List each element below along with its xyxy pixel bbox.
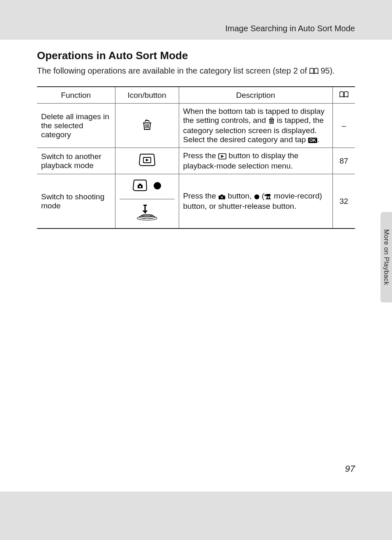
playback-icon bbox=[218, 152, 226, 162]
intro-text: The following operations are available i… bbox=[37, 66, 355, 76]
shutter-button-icon bbox=[135, 203, 159, 223]
cell-page: 87 bbox=[332, 148, 355, 174]
cell-icon bbox=[115, 148, 179, 174]
intro-page-ref: 95 bbox=[321, 66, 330, 75]
svg-point-17 bbox=[254, 194, 259, 199]
svg-rect-22 bbox=[266, 198, 271, 199]
desc-part: button, bbox=[228, 192, 254, 200]
svg-point-16 bbox=[221, 197, 223, 198]
ok-badge-icon: OK bbox=[308, 138, 318, 143]
breadcrumb: Image Searching in Auto Sort Mode bbox=[225, 24, 355, 33]
cell-page: – bbox=[332, 104, 355, 148]
shooting-mode-button-icon bbox=[132, 179, 148, 194]
record-button-icon bbox=[152, 181, 162, 192]
page-frame: Image Searching in Auto Sort Mode Operat… bbox=[0, 0, 392, 540]
dot-icon bbox=[254, 193, 260, 202]
desc-part: . bbox=[317, 135, 319, 144]
svg-rect-19 bbox=[266, 194, 270, 196]
section-title: Operations in Auto Sort Mode bbox=[37, 49, 355, 62]
cell-description: When the bottom tab is tapped to display… bbox=[179, 104, 332, 148]
intro-suffix: ). bbox=[330, 66, 334, 75]
book-icon bbox=[309, 67, 318, 76]
camera-icon bbox=[218, 193, 226, 202]
th-page bbox=[332, 87, 355, 104]
table-row: Switch to shooting mode bbox=[37, 174, 355, 229]
th-icon: Icon/button bbox=[115, 87, 179, 104]
svg-point-10 bbox=[139, 186, 141, 188]
cell-page: 32 bbox=[332, 174, 355, 229]
svg-point-12 bbox=[137, 216, 157, 220]
book-icon bbox=[339, 90, 348, 99]
trash-icon bbox=[268, 117, 275, 126]
trash-icon bbox=[142, 125, 152, 132]
cell-function: Delete all images in the selected catego… bbox=[37, 104, 115, 148]
svg-marker-9 bbox=[221, 155, 224, 158]
operations-table: Function Icon/button Description D bbox=[37, 86, 355, 229]
svg-point-11 bbox=[154, 182, 161, 189]
cell-icon bbox=[115, 174, 179, 229]
svg-marker-7 bbox=[146, 159, 149, 162]
table-row: Delete all images in the selected catego… bbox=[37, 104, 355, 148]
th-function: Function bbox=[37, 87, 115, 104]
side-tab-label: More on Playback bbox=[383, 229, 390, 285]
cell-icon bbox=[115, 104, 179, 148]
main-content: Operations in Auto Sort Mode The followi… bbox=[0, 39, 392, 492]
desc-part: Press the bbox=[183, 192, 219, 200]
table-row: Switch to another playback mode Press th… bbox=[37, 148, 355, 174]
side-tab: More on Playback bbox=[380, 212, 392, 302]
desc-part: Press the bbox=[183, 151, 219, 160]
cell-function: Switch to shooting mode bbox=[37, 174, 115, 229]
movie-record-icon bbox=[264, 193, 272, 202]
th-description: Description bbox=[179, 87, 332, 104]
playback-button-icon bbox=[138, 162, 157, 168]
cell-description: Press the button to display the playback… bbox=[179, 148, 332, 174]
table-header-row: Function Icon/button Description bbox=[37, 87, 355, 104]
header-bar: Image Searching in Auto Sort Mode bbox=[0, 0, 392, 39]
cell-description: Press the button, ( bbox=[179, 174, 332, 229]
intro-prefix: The following operations are available i… bbox=[37, 66, 309, 75]
page-number: 97 bbox=[345, 464, 355, 474]
cell-function: Switch to another playback mode bbox=[37, 148, 115, 174]
